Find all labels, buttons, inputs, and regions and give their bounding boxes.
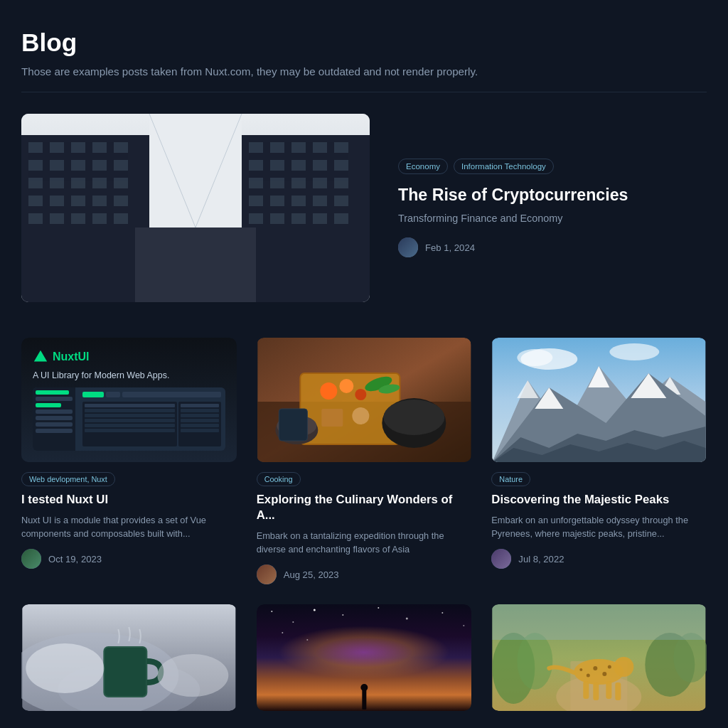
grid-tag-1: Cooking — [257, 472, 301, 486]
svg-rect-17 — [71, 178, 85, 188]
svg-rect-21 — [50, 196, 64, 206]
svg-point-103 — [306, 639, 308, 641]
featured-title: The Rise of Cryptocurrencies — [398, 184, 707, 205]
featured-tag-1: Economy — [398, 159, 448, 174]
svg-rect-6 — [50, 142, 64, 153]
svg-point-96 — [313, 609, 315, 611]
svg-rect-28 — [92, 213, 107, 224]
svg-point-93 — [157, 654, 228, 697]
svg-rect-20 — [28, 196, 43, 206]
grid-post-title-2: Discovering the Majestic Peaks — [491, 492, 707, 508]
svg-rect-45 — [249, 196, 263, 206]
svg-point-86 — [610, 343, 660, 360]
svg-point-85 — [518, 349, 553, 366]
svg-rect-32 — [291, 142, 306, 153]
featured-image — [21, 114, 370, 302]
svg-point-98 — [378, 607, 379, 609]
svg-rect-42 — [291, 178, 306, 188]
svg-rect-8 — [92, 142, 107, 153]
featured-excerpt: Transforming Finance and Economy — [398, 211, 707, 227]
grid-post-excerpt-0: Nuxt UI is a module that provides a set … — [21, 513, 237, 540]
grid-tag-2: Nature — [491, 472, 530, 486]
svg-rect-50 — [249, 213, 263, 224]
svg-rect-53 — [313, 213, 327, 224]
grid-post-title-0: I tested Nuxt UI — [21, 492, 237, 508]
page-subtitle: Those are examples posts taken from Nuxt… — [21, 65, 707, 77]
grid-post-date-0: Oct 19, 2023 — [48, 554, 102, 564]
bottom-image-2 — [491, 604, 707, 711]
svg-rect-120 — [584, 681, 589, 699]
featured-post[interactable]: Economy Information Technology The Rise … — [21, 114, 707, 302]
bottom-post-2[interactable] — [491, 604, 707, 711]
divider — [21, 92, 707, 92]
svg-rect-24 — [114, 196, 128, 206]
svg-point-95 — [292, 621, 294, 623]
svg-rect-38 — [313, 160, 327, 171]
svg-rect-9 — [114, 142, 128, 153]
avatar — [398, 237, 418, 257]
svg-point-97 — [342, 614, 343, 616]
svg-rect-39 — [334, 160, 348, 171]
svg-rect-44 — [334, 178, 348, 188]
grid-post-meta-2: Jul 8, 2022 — [491, 549, 707, 569]
svg-rect-15 — [28, 178, 43, 188]
grid-post-0[interactable]: NuxtUI A UI Library for Modern Web Apps. — [21, 338, 237, 584]
svg-rect-13 — [92, 160, 107, 171]
svg-rect-51 — [270, 213, 284, 224]
avatar-0 — [21, 549, 41, 569]
svg-point-118 — [608, 665, 611, 669]
svg-rect-23 — [92, 196, 107, 206]
svg-point-65 — [320, 382, 337, 400]
svg-rect-35 — [249, 160, 263, 171]
svg-rect-31 — [270, 142, 284, 153]
svg-point-100 — [441, 612, 443, 614]
svg-point-116 — [603, 672, 607, 676]
grid-post-2[interactable]: Nature Discovering the Majestic Peaks Em… — [491, 338, 707, 584]
svg-rect-47 — [291, 196, 306, 206]
svg-rect-30 — [249, 142, 263, 153]
grid-post-date-1: Aug 25, 2023 — [284, 569, 339, 580]
featured-tag-2: Information Technology — [454, 159, 554, 174]
grid-post-excerpt-1: Embark on a tantalizing expedition throu… — [257, 529, 472, 556]
bottom-post-1[interactable] — [257, 604, 472, 711]
grid-tag-0: Web devlopment, Nuxt — [21, 472, 115, 486]
bottom-image-0 — [21, 604, 237, 711]
svg-rect-36 — [270, 160, 284, 171]
svg-rect-70 — [321, 409, 343, 427]
svg-point-71 — [352, 407, 369, 424]
bottom-image-1 — [257, 604, 472, 711]
svg-rect-16 — [50, 178, 64, 188]
grid-post-meta-1: Aug 25, 2023 — [257, 564, 472, 584]
svg-point-92 — [26, 643, 104, 693]
bottom-post-0[interactable] — [21, 604, 237, 711]
grid-post-excerpt-2: Embark on an unforgettable odyssey throu… — [491, 513, 707, 540]
grid-post-1[interactable]: Cooking Exploring the Culinary Wonders o… — [257, 338, 472, 584]
grid-post-date-2: Jul 8, 2022 — [518, 554, 564, 564]
svg-point-114 — [614, 657, 634, 677]
svg-point-101 — [463, 625, 464, 626]
svg-rect-25 — [28, 213, 43, 224]
svg-rect-40 — [249, 178, 263, 188]
svg-point-66 — [339, 379, 353, 393]
grid-image-0: NuxtUI A UI Library for Modern Web Apps. — [21, 338, 237, 462]
grid-image-1 — [257, 338, 472, 462]
svg-point-99 — [405, 618, 407, 620]
svg-rect-18 — [92, 178, 107, 188]
featured-date: Feb 1, 2024 — [425, 242, 475, 253]
svg-point-105 — [360, 684, 368, 691]
svg-rect-10 — [28, 160, 43, 171]
svg-point-117 — [587, 674, 590, 678]
svg-rect-7 — [71, 142, 85, 153]
svg-rect-121 — [594, 682, 599, 700]
featured-tags: Economy Information Technology — [398, 159, 707, 174]
svg-rect-43 — [313, 178, 327, 188]
svg-rect-41 — [270, 178, 284, 188]
svg-rect-37 — [291, 160, 306, 171]
svg-rect-123 — [616, 682, 621, 700]
svg-point-110 — [518, 633, 553, 690]
svg-rect-19 — [114, 178, 128, 188]
svg-point-67 — [355, 389, 366, 400]
svg-point-62 — [383, 400, 444, 435]
svg-rect-54 — [334, 213, 348, 224]
svg-rect-52 — [291, 213, 306, 224]
